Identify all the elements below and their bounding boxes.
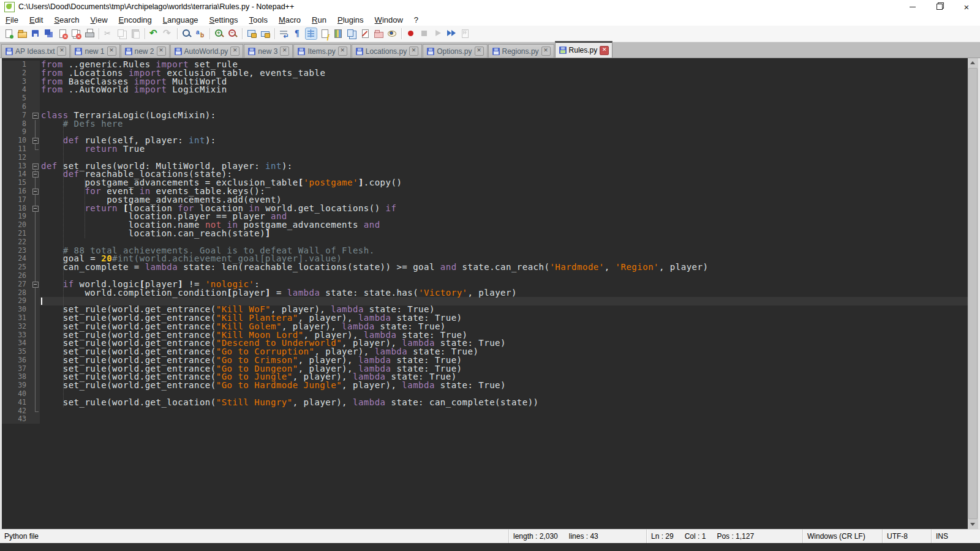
- menu-item-view[interactable]: View: [85, 14, 113, 26]
- menu-item-encoding[interactable]: Encoding: [113, 14, 157, 26]
- menu-item-file[interactable]: File: [0, 14, 24, 26]
- status-bar: Python file length : 2,030 lines : 43 Ln…: [0, 529, 980, 543]
- fold-marker-icon[interactable]: [31, 162, 40, 171]
- menu-bar: FileEditSearchViewEncodingLanguageSettin…: [0, 13, 980, 26]
- tab-close-icon[interactable]: ✕: [157, 47, 166, 56]
- menu-item-tools[interactable]: Tools: [244, 14, 273, 26]
- fold-marker-icon[interactable]: [31, 170, 40, 179]
- restore-button[interactable]: [926, 0, 953, 13]
- tab-new-2[interactable]: new 2✕: [121, 44, 170, 58]
- show-indent-guide-icon[interactable]: [306, 28, 317, 39]
- tab-close-icon[interactable]: ✕: [280, 47, 289, 56]
- tab-locations-py[interactable]: Locations.py✕: [352, 44, 422, 58]
- tab-options-py[interactable]: Options.py✕: [423, 44, 487, 58]
- menu-item-plugins[interactable]: Plugins: [332, 14, 369, 26]
- modified-document-icon[interactable]: [360, 28, 371, 39]
- zoom-in-icon[interactable]: [214, 28, 225, 39]
- line-number: 2: [2, 69, 31, 78]
- scroll-down-arrow[interactable]: [968, 519, 978, 529]
- menu-item-?[interactable]: ?: [409, 14, 424, 26]
- line-number: 5: [2, 94, 31, 103]
- fold-margin: [31, 289, 40, 298]
- code-line: 41 set_rule(world.get_location("Still Hu…: [2, 399, 968, 407]
- undo-icon[interactable]: [149, 28, 160, 39]
- toolbar: [0, 26, 980, 42]
- vertical-scrollbar[interactable]: [968, 58, 978, 529]
- menu-item-window[interactable]: Window: [369, 14, 409, 26]
- tab-close-icon[interactable]: ✕: [57, 47, 66, 56]
- tab-close-icon[interactable]: ✕: [230, 47, 239, 56]
- close-icon[interactable]: [57, 28, 68, 39]
- menu-item-search[interactable]: Search: [48, 14, 85, 26]
- fold-margin: [31, 399, 40, 407]
- tab-close-icon[interactable]: ✕: [475, 47, 484, 56]
- replace-icon[interactable]: [195, 28, 206, 39]
- minimize-button[interactable]: [899, 0, 926, 13]
- code-editor[interactable]: 1from ..generic.Rules import set_rule2fr…: [2, 58, 968, 529]
- find-icon[interactable]: [181, 28, 192, 39]
- scrollbar-thumb[interactable]: [968, 68, 978, 519]
- fold-margin: [31, 94, 40, 103]
- saved-file-icon: [6, 48, 13, 55]
- word-wrap-icon[interactable]: [279, 28, 290, 39]
- tab-new-3[interactable]: new 3✕: [244, 44, 293, 58]
- function-list-icon[interactable]: [319, 28, 330, 39]
- close-button[interactable]: ×: [953, 0, 980, 13]
- saved-file-icon: [356, 48, 363, 55]
- zoom-out-icon[interactable]: [227, 28, 238, 39]
- tab-ap-ideas-txt[interactable]: AP Ideas.txt✕: [1, 44, 70, 58]
- fold-marker-icon[interactable]: [31, 111, 40, 120]
- close-all-icon[interactable]: [70, 28, 81, 39]
- open-file-icon[interactable]: [17, 28, 28, 39]
- menu-item-language[interactable]: Language: [157, 14, 204, 26]
- fold-marker-icon[interactable]: [31, 137, 40, 145]
- menu-item-macro[interactable]: Macro: [273, 14, 306, 26]
- menu-item-edit[interactable]: Edit: [24, 14, 48, 26]
- menu-item-run[interactable]: Run: [306, 14, 332, 26]
- scroll-up-arrow[interactable]: [968, 58, 978, 68]
- tab-label: Options.py: [437, 47, 472, 56]
- sync-vertical-scroll-icon[interactable]: [246, 28, 257, 39]
- print-icon[interactable]: [84, 28, 95, 39]
- fold-marker-icon[interactable]: [31, 280, 40, 289]
- fold-margin: [31, 381, 40, 390]
- tab-close-icon[interactable]: ✕: [107, 47, 116, 56]
- tab-label: new 3: [258, 47, 277, 56]
- tab-label: AutoWorld.py: [184, 47, 228, 56]
- record-macro-icon[interactable]: [405, 28, 417, 39]
- line-number: 20: [2, 221, 31, 230]
- tab-new-1[interactable]: new 1✕: [70, 44, 119, 58]
- run-macro-multiple-times-icon[interactable]: [446, 28, 457, 39]
- document-switcher-icon[interactable]: [346, 28, 357, 39]
- tab-autoworld-py[interactable]: AutoWorld.py✕: [170, 44, 244, 58]
- tab-rules-py[interactable]: Rules.py✕: [555, 41, 613, 58]
- status-eol[interactable]: Windows (CR LF): [802, 530, 882, 543]
- tab-close-icon[interactable]: ✕: [409, 47, 418, 56]
- folder-as-workspace-icon[interactable]: [373, 28, 384, 39]
- code-text: [40, 407, 41, 416]
- saved-file-icon: [75, 48, 82, 55]
- line-number: 18: [2, 204, 31, 213]
- tab-regions-py[interactable]: Regions.py✕: [488, 44, 554, 58]
- tab-items-py[interactable]: Items.py✕: [293, 44, 350, 58]
- menu-item-settings[interactable]: Settings: [204, 14, 244, 26]
- save-icon[interactable]: [30, 28, 41, 39]
- show-all-characters-icon[interactable]: [292, 28, 303, 39]
- code-line: 7class TerrariaLogic(LogicMixin):: [2, 111, 968, 120]
- tab-close-icon[interactable]: ✕: [338, 47, 347, 56]
- tab-close-icon[interactable]: ✕: [600, 46, 609, 55]
- line-number: 4: [2, 86, 31, 94]
- new-file-icon[interactable]: [3, 28, 14, 39]
- fold-marker-icon[interactable]: [31, 204, 40, 213]
- file-monitoring-icon[interactable]: [386, 28, 398, 39]
- save-all-icon[interactable]: [43, 28, 55, 39]
- status-col: Col : 1: [685, 532, 706, 541]
- saved-file-icon: [175, 48, 182, 55]
- document-map-icon[interactable]: [333, 28, 344, 39]
- status-insert-mode[interactable]: INS: [931, 530, 980, 543]
- fold-marker-icon[interactable]: [31, 187, 40, 196]
- sync-horizontal-scroll-icon[interactable]: [260, 28, 271, 39]
- tab-close-icon[interactable]: ✕: [541, 47, 551, 56]
- toolbar-separator: [274, 28, 275, 39]
- status-encoding[interactable]: UTF-8: [882, 530, 931, 543]
